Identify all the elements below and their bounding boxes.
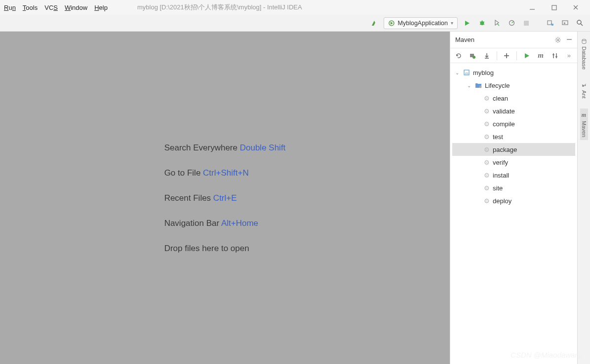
svg-line-44 (585, 84, 586, 85)
goal-verify[interactable]: ⚙verify (452, 156, 575, 169)
maven-project-node[interactable]: ⌄ m myblog (452, 66, 575, 79)
profile-button[interactable] (506, 18, 517, 29)
reload-icon[interactable] (454, 51, 463, 60)
coverage-button[interactable] (491, 18, 502, 29)
search-icon[interactable] (574, 18, 585, 29)
goal-deploy[interactable]: ⚙deploy (452, 194, 575, 207)
run-maven-icon[interactable] (522, 51, 531, 60)
download-sources-icon[interactable] (482, 51, 491, 60)
tab-ant[interactable]: Ant (580, 79, 588, 102)
maven-module-icon: m (463, 69, 470, 76)
database-icon (581, 38, 587, 44)
titlebar: Run Tools VCS Window Help myblog [D:\202… (0, 0, 590, 15)
gear-icon: ⚙ (484, 159, 490, 166)
gear-icon: ⚙ (484, 108, 490, 115)
svg-line-23 (559, 41, 560, 42)
gear-icon: ⚙ (484, 146, 490, 153)
vcs-update-icon[interactable] (545, 18, 555, 29)
gear-icon: ⚙ (484, 95, 490, 102)
gear-icon: ⚙ (484, 172, 490, 179)
svg-line-25 (556, 41, 557, 42)
window-controls (529, 4, 586, 11)
svg-point-40 (582, 39, 586, 41)
lifecycle-label: Lifecycle (485, 82, 510, 89)
tip-goto-key: Ctrl+Shift+N (203, 168, 249, 178)
goal-site[interactable]: ⚙site (452, 182, 575, 194)
menu-run[interactable]: Run (4, 4, 16, 11)
close-button[interactable] (572, 4, 579, 11)
main-area: Search Everywhere Double Shift Go to Fil… (0, 32, 590, 364)
tip-recent-key: Ctrl+E (213, 193, 237, 203)
gear-icon: ⚙ (484, 184, 490, 192)
svg-rect-14 (562, 21, 568, 25)
minimize-panel-icon[interactable] (566, 36, 572, 43)
menu-tools[interactable]: Tools (23, 4, 38, 11)
run-button[interactable] (462, 18, 472, 29)
svg-point-17 (557, 39, 559, 41)
window-title: myblog [D:\2021秋招\个人博客系统\myblog] - Intel… (137, 3, 302, 12)
chevron-down-icon: ▾ (451, 20, 453, 26)
goal-install[interactable]: ⚙install (452, 169, 575, 182)
execute-goal-icon[interactable]: m (536, 51, 545, 60)
svg-line-9 (480, 24, 481, 25)
svg-point-28 (472, 56, 475, 59)
editor-empty-area[interactable]: Search Everywhere Double Shift Go to Fil… (0, 32, 450, 364)
generate-sources-icon[interactable] (469, 51, 477, 60)
svg-line-8 (483, 22, 484, 22)
goal-compile[interactable]: ⚙compile (452, 117, 575, 130)
svg-point-39 (479, 86, 482, 88)
tip-search-label: Search Everywhere (164, 143, 237, 152)
svg-line-24 (559, 38, 560, 39)
maven-toolbar: m » (450, 48, 577, 63)
stop-button[interactable] (521, 18, 532, 29)
add-project-icon[interactable] (502, 51, 511, 60)
chevron-down-icon: ⌄ (467, 83, 472, 88)
maven-icon: m (582, 111, 586, 119)
run-configuration-label: MyblogApplication (398, 20, 448, 27)
toggle-offline-icon[interactable] (551, 51, 559, 60)
tab-maven[interactable]: m Maven (580, 109, 588, 140)
svg-rect-12 (524, 21, 529, 26)
debug-button[interactable] (476, 18, 487, 29)
maximize-button[interactable] (551, 4, 557, 11)
tab-database[interactable]: Database (580, 36, 588, 73)
minimize-button[interactable] (529, 4, 536, 11)
gear-icon[interactable] (554, 36, 561, 43)
tip-drop: Drop files here to open (164, 236, 286, 261)
tip-goto-label: Go to File (164, 168, 201, 178)
svg-point-15 (577, 20, 581, 24)
maven-title: Maven (455, 36, 474, 43)
maven-header: Maven (450, 32, 577, 48)
chevron-down-icon: ⌄ (455, 70, 460, 75)
svg-line-10 (483, 24, 484, 25)
ant-icon (581, 82, 587, 88)
maven-panel: Maven m » ⌄ (450, 32, 577, 364)
tip-recent-label: Recent Files (164, 193, 211, 203)
menu-vcs[interactable]: VCS (44, 4, 58, 11)
svg-rect-13 (548, 21, 551, 25)
menu-window[interactable]: Window (65, 4, 87, 11)
tip-search-key: Double Shift (240, 143, 286, 152)
maven-project-label: myblog (473, 69, 494, 76)
main-toolbar: MyblogApplication ▾ (0, 15, 590, 32)
goal-package[interactable]: ⚙package (452, 143, 575, 156)
expand-icon[interactable]: » (565, 51, 574, 60)
svg-rect-1 (552, 5, 556, 10)
menubar: Run Tools VCS Window Help (4, 4, 108, 11)
svg-line-7 (480, 22, 481, 22)
goal-validate[interactable]: ⚙validate (452, 105, 575, 117)
folder-icon (475, 82, 482, 88)
goal-clean[interactable]: ⚙clean (452, 92, 575, 105)
svg-line-22 (556, 38, 557, 39)
gear-icon: ⚙ (484, 197, 490, 205)
menu-help[interactable]: Help (94, 4, 108, 11)
maven-tree: ⌄ m myblog ⌄ Lifecycle ⚙clean ⚙validate … (450, 63, 577, 210)
tip-nav-key: Alt+Home (221, 218, 258, 228)
lifecycle-node[interactable]: ⌄ Lifecycle (452, 79, 575, 92)
gear-icon: ⚙ (484, 120, 490, 128)
editor-tips: Search Everywhere Double Shift Go to Fil… (164, 135, 286, 261)
presentation-icon[interactable] (559, 18, 570, 29)
run-configuration-selector[interactable]: MyblogApplication ▾ (384, 17, 458, 29)
goal-test[interactable]: ⚙test (452, 130, 575, 143)
build-icon[interactable] (369, 18, 380, 29)
